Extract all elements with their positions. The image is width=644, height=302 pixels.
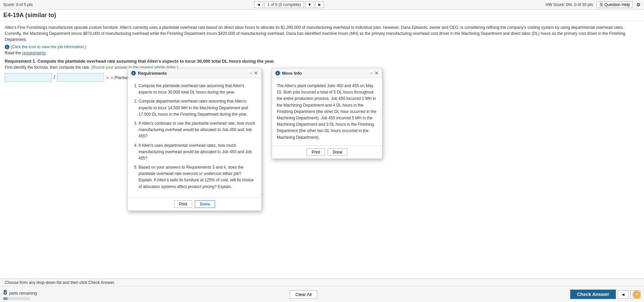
top-bar-right: HW Score: 0%, 0 of 30 pts ☰ Question Hel… — [546, 1, 641, 8]
requirements-info-icon: i — [131, 71, 136, 75]
more-info-icon: i — [275, 71, 280, 75]
question-help-label: Question Help — [604, 2, 630, 7]
info-link[interactable]: i (Click the icon to view the job inform… — [5, 45, 639, 49]
requirements-modal-header: i Requirements − ✕ — [128, 68, 261, 78]
score-text: Score: 0 of 5 pts — [3, 2, 33, 7]
requirements-modal-title-area: i Requirements — [131, 71, 167, 76]
more-info-modal-icons: − ✕ — [370, 70, 379, 76]
formula-divider: / — [54, 74, 55, 80]
requirement-item-3: If Allen's continues to use the plantwid… — [139, 120, 257, 140]
requirement-item-4: If Allen's uses departmental overhead ra… — [139, 142, 257, 162]
req-link: Read the requirements. — [5, 51, 639, 55]
gear-button[interactable]: ⚙ — [636, 2, 641, 7]
more-info-modal: i More Info − ✕ The Allen's plant comple… — [272, 68, 382, 159]
more-info-modal-title-area: i More Info — [275, 71, 302, 76]
req1-text: Compute the plantwide overhead rate assu… — [38, 59, 275, 64]
info-icon: i — [5, 45, 9, 49]
intro-text: Allen's Fine Furnishings manufactures up… — [5, 24, 639, 43]
more-info-modal-title: More Info — [282, 71, 302, 76]
requirements-list: Compute the plantwide overhead rate assu… — [132, 83, 257, 190]
top-bar-left: Score: 0 of 5 pts — [3, 2, 33, 7]
requirements-modal-footer: Print Done — [128, 197, 261, 210]
top-bar: Score: 0 of 5 pts ◄ 1 of 6 (0 complete) … — [0, 0, 644, 10]
nav-progress: 1 of 6 (0 complete) — [264, 1, 304, 8]
requirements-modal-body: Compute the plantwide overhead rate assu… — [128, 78, 261, 197]
nav-controls: ◄ 1 of 6 (0 complete) ▼ ► — [254, 1, 324, 8]
more-info-close-button[interactable]: ✕ — [375, 70, 379, 76]
requirements-modal-title: Requirements — [138, 71, 167, 76]
list-icon: ☰ — [599, 2, 603, 7]
formula-input-2[interactable] — [57, 73, 104, 82]
hw-score-text: HW Score: 0%, 0 of 30 pts — [546, 2, 593, 7]
requirements-close-button[interactable]: ✕ — [254, 70, 258, 76]
more-info-print-button[interactable]: Print — [307, 148, 325, 156]
formula-input-1[interactable] — [5, 73, 52, 82]
requirements-minimize-button[interactable]: − — [249, 70, 252, 76]
requirement-item-5: Based on your answers to Requirements 3 … — [139, 164, 257, 190]
info-link-text: (Click the icon to view the job informat… — [11, 45, 86, 49]
requirements-link[interactable]: requirements — [22, 51, 46, 55]
requirements-modal: i Requirements − ✕ Compute the plantwide… — [127, 68, 262, 211]
formula-equals: = — [106, 75, 109, 80]
requirements-print-button[interactable]: Print — [174, 200, 193, 208]
more-info-done-button[interactable]: Done — [328, 148, 347, 156]
more-info-text: The Allen's plant completed Jobs 450 and… — [277, 83, 377, 141]
more-info-modal-footer: Print Done — [272, 145, 382, 159]
next-nav-button[interactable]: ► — [315, 1, 324, 8]
more-info-modal-body: The Allen's plant completed Jobs 450 and… — [272, 78, 382, 145]
requirement-item-2: Compute departmental overhead rates assu… — [139, 98, 257, 118]
requirements-done-button[interactable]: Done — [195, 200, 215, 208]
page-title: E4-19A (similar to) — [3, 12, 56, 19]
prev-nav-button[interactable]: ◄ — [254, 1, 263, 8]
req1-header: Requirement 1. — [5, 59, 36, 64]
more-info-modal-header: i More Info − ✕ — [272, 68, 382, 78]
main-content: Allen's Fine Furnishings manufactures up… — [0, 21, 644, 222]
requirements-modal-icons: − ✕ — [249, 70, 258, 76]
question-help-button[interactable]: ☰ Question Help — [596, 1, 633, 8]
dropdown-nav-button[interactable]: ▼ — [305, 1, 314, 8]
requirement-item-1: Compute the plantwide overhead rate assu… — [139, 83, 257, 96]
requirement-header: Requirement 1. Compute the plantwide ove… — [5, 59, 639, 64]
more-info-minimize-button[interactable]: − — [370, 70, 373, 76]
title-bar: E4-19A (similar to) — [0, 10, 644, 21]
